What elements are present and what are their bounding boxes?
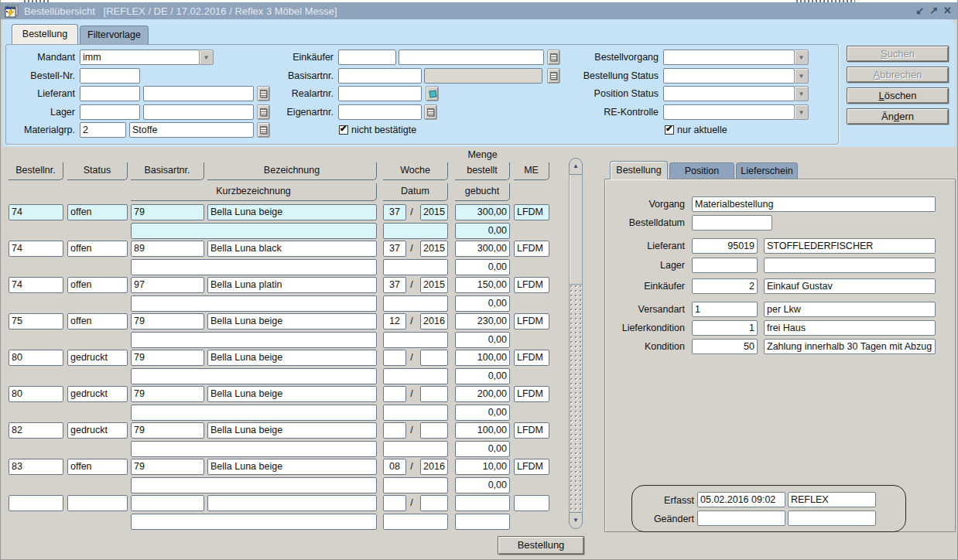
cell-jahr[interactable] <box>420 495 448 511</box>
detail-lieferant-code-field[interactable]: 95019 <box>692 238 758 254</box>
bestellvorgang-dropdown-icon[interactable]: ▼ <box>794 50 809 65</box>
cell-kurzbezeichnung[interactable] <box>131 514 377 530</box>
cell-me[interactable]: LFDM <box>514 459 549 475</box>
cell-woche[interactable]: 37 <box>383 241 406 257</box>
cell-status[interactable]: gedruckt <box>67 350 128 366</box>
cell-status[interactable]: offen <box>67 241 128 257</box>
eigenartnr-lov-button[interactable] <box>424 104 437 120</box>
cell-bestellnr[interactable]: 74 <box>9 204 63 220</box>
cell-datum[interactable] <box>383 441 448 457</box>
scroll-down-icon[interactable]: ▼ <box>569 512 583 529</box>
cell-kurzbezeichnung[interactable] <box>131 223 377 239</box>
lager-code-input[interactable] <box>80 104 140 120</box>
cell-woche[interactable] <box>383 422 406 439</box>
scrollbar-thumb[interactable] <box>569 175 583 285</box>
bestellung-footer-button[interactable]: Bestellung <box>498 536 584 555</box>
cell-woche[interactable] <box>383 350 406 366</box>
versandart-name-field[interactable]: per Lkw <box>764 302 936 317</box>
cell-kurzbezeichnung[interactable] <box>131 405 377 421</box>
cell-jahr[interactable]: 2015 <box>420 241 448 257</box>
cell-bezeichnung[interactable]: Bella Luna beige <box>207 386 377 402</box>
scroll-up-icon[interactable]: ▲ <box>569 158 583 175</box>
loeschen-button[interactable]: Löschen <box>847 87 949 104</box>
re-kontrolle-select[interactable] <box>663 104 795 120</box>
re-kontrolle-dropdown-icon[interactable]: ▼ <box>794 104 809 120</box>
cell-bestellnr[interactable]: 74 <box>9 277 63 293</box>
suchen-button[interactable]: Suchen <box>847 46 949 62</box>
cell-bezeichnung[interactable]: Bella Luna black <box>207 241 377 257</box>
close-icon[interactable]: ✕ <box>943 5 952 16</box>
aendern-button[interactable]: Ändern <box>847 108 949 125</box>
cell-status[interactable]: offen <box>67 204 128 220</box>
detail-lager-code-field[interactable] <box>692 258 758 273</box>
cell-me[interactable]: LFDM <box>514 204 549 220</box>
detail-tab-lieferschein[interactable]: Lieferschein <box>736 162 798 179</box>
cell-gebucht[interactable]: 0,00 <box>455 223 510 239</box>
geaendert-user-field[interactable] <box>788 510 876 526</box>
cell-bestellnr[interactable]: 74 <box>9 241 63 257</box>
erfasst-datetime-field[interactable]: 05.02.2016 09:02 <box>697 492 785 507</box>
mandant-select[interactable]: imm <box>80 50 200 65</box>
cell-me[interactable]: LFDM <box>514 350 549 366</box>
cell-bezeichnung[interactable]: Bella Luna beige <box>207 204 377 220</box>
cell-bestellnr[interactable]: 75 <box>9 313 63 330</box>
cell-status[interactable]: gedruckt <box>67 386 128 402</box>
position-status-dropdown-icon[interactable]: ▼ <box>794 86 809 101</box>
cell-basisartnr[interactable]: 79 <box>131 313 204 330</box>
cell-bestellnr[interactable]: 83 <box>9 459 63 475</box>
cell-woche[interactable] <box>383 386 406 402</box>
detail-tab-bestellung[interactable]: Bestellung <box>610 161 668 179</box>
scrollbar-track[interactable] <box>569 285 583 512</box>
detail-lager-name-field[interactable] <box>764 258 936 273</box>
cell-bezeichnung[interactable]: Bella Luna beige <box>207 422 377 439</box>
cell-bezeichnung[interactable]: Bella Luna beige <box>207 350 377 366</box>
cell-menge-bestellt[interactable]: 230,00 <box>455 313 510 330</box>
cell-jahr[interactable]: 2015 <box>420 204 448 220</box>
cell-datum[interactable] <box>383 405 448 421</box>
cell-kurzbezeichnung[interactable] <box>131 259 377 275</box>
bestellung-status-select[interactable] <box>663 68 795 84</box>
abbrechen-button[interactable]: Abbrechen <box>847 67 949 83</box>
cell-jahr[interactable] <box>420 386 448 402</box>
cell-menge-bestellt[interactable]: 300,00 <box>455 241 510 257</box>
position-status-select[interactable] <box>663 86 795 101</box>
einkaeufer-name-input[interactable] <box>399 50 544 65</box>
cell-status[interactable]: offen <box>67 277 128 293</box>
cell-datum[interactable] <box>383 368 448 384</box>
realartnr-cube-button[interactable] <box>426 86 439 101</box>
cell-kurzbezeichnung[interactable] <box>131 295 377 312</box>
cell-bezeichnung[interactable]: Bella Luna beige <box>207 459 377 475</box>
cell-bezeichnung[interactable] <box>207 495 377 511</box>
cell-gebucht[interactable]: 0,00 <box>455 332 510 348</box>
cell-bestellnr[interactable]: 80 <box>9 386 63 402</box>
cell-gebucht[interactable]: 0,00 <box>455 405 510 421</box>
cell-jahr[interactable] <box>420 350 448 366</box>
lager-name-input[interactable] <box>143 104 254 120</box>
erfasst-user-field[interactable]: REFLEX <box>788 492 876 507</box>
cell-datum[interactable] <box>383 259 448 275</box>
cell-basisartnr[interactable]: 79 <box>131 422 204 439</box>
cell-datum[interactable] <box>383 223 448 239</box>
cell-menge-bestellt[interactable]: 150,00 <box>455 277 510 293</box>
cell-status[interactable]: offen <box>67 313 128 330</box>
cell-menge-bestellt[interactable]: 100,00 <box>455 350 510 366</box>
cell-woche[interactable]: 37 <box>383 204 406 220</box>
cell-gebucht[interactable]: 0,00 <box>455 368 510 384</box>
cell-basisartnr[interactable]: 89 <box>131 241 204 257</box>
materialgrp-lov-button[interactable] <box>257 122 270 138</box>
lieferkondition-name-field[interactable]: frei Haus <box>764 320 936 336</box>
tab-bestellung[interactable]: Bestellung <box>12 24 78 44</box>
cell-gebucht[interactable]: 0,00 <box>455 441 510 457</box>
kondition-name-field[interactable]: Zahlung innerhalb 30 Tagen mit Abzug <box>764 339 936 354</box>
lieferkondition-code-field[interactable]: 1 <box>692 320 758 336</box>
cell-basisartnr[interactable]: 79 <box>131 204 204 220</box>
cell-basisartnr[interactable]: 79 <box>131 386 204 402</box>
cell-basisartnr[interactable] <box>131 495 204 511</box>
cell-me[interactable]: LFDM <box>514 386 549 402</box>
einkaeufer-code-input[interactable] <box>338 50 396 65</box>
nur-aktuelle-checkbox[interactable]: ✔ <box>665 125 674 135</box>
cell-me[interactable]: LFDM <box>514 313 549 330</box>
cell-menge-bestellt[interactable]: 200,00 <box>455 386 510 402</box>
geaendert-datetime-field[interactable] <box>697 510 785 526</box>
tab-filtervorlage[interactable]: Filtervorlage <box>80 26 149 44</box>
